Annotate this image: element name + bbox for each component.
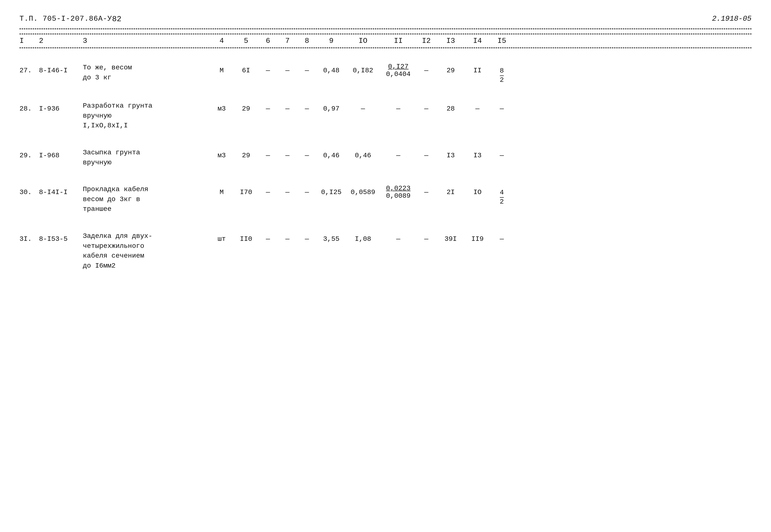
row-30-col6: — xyxy=(258,185,278,196)
row-31-col10: I,08 xyxy=(346,231,380,243)
row-28-col9: 0,97 xyxy=(317,101,346,112)
col-header-14: I4 xyxy=(465,37,490,45)
col-header-8: 8 xyxy=(297,37,317,45)
row-29-num: 29. xyxy=(19,148,39,159)
row-28-col14: — xyxy=(465,101,490,112)
row-28-col7: — xyxy=(278,101,297,112)
doc-number: 2.1918-05 xyxy=(712,15,752,23)
col-header-3: 3 xyxy=(83,37,209,45)
row-27-col4: М xyxy=(209,63,234,74)
row-31-col8: — xyxy=(297,231,317,243)
row-27-col8: — xyxy=(297,63,317,74)
row-30-num: 30. xyxy=(19,185,39,196)
col-header-7: 7 xyxy=(278,37,297,45)
row-29-code: I-968 xyxy=(39,148,83,159)
col-header-11: II xyxy=(380,37,417,45)
row-30-code: 8-I4I-I xyxy=(39,185,83,196)
row-31-col7: — xyxy=(278,231,297,243)
row-29-col12: — xyxy=(417,148,436,159)
col-header-1: I xyxy=(19,37,39,45)
row-27-col13: 29 xyxy=(436,63,465,74)
row-30-col8: — xyxy=(297,185,317,196)
row-27-col7: — xyxy=(278,63,297,74)
row-30-col4: М xyxy=(209,185,234,196)
col-header-5: 5 xyxy=(234,37,258,45)
row-31-desc: Заделка для двух-четырехжильногокабеля с… xyxy=(83,231,209,271)
row-31-col5: II0 xyxy=(234,231,258,243)
table-row: 28. I-936 Разработка грунтавручнуюI,IxO,… xyxy=(19,94,752,133)
row-28-col11: — xyxy=(380,101,417,112)
row-30-desc: Прокладка кабелявесом до 3кг втраншее xyxy=(83,185,209,214)
row-30-col11: 0,0223 0,0089 xyxy=(380,185,417,200)
page-number: 82 xyxy=(112,15,121,24)
row-31-col13: 39I xyxy=(436,231,465,243)
row-31-col15: — xyxy=(490,231,514,243)
row-30-col12: — xyxy=(417,185,436,196)
row-28-col10: — xyxy=(346,101,380,112)
row-30-col15: 4 2 xyxy=(490,185,514,206)
row-29-col6: — xyxy=(258,148,278,159)
row-31-col4: шт xyxy=(209,231,234,243)
row-27-col5: 6I xyxy=(234,63,258,74)
row-28-col6: — xyxy=(258,101,278,112)
row-31-num: 3I. xyxy=(19,231,39,243)
row-28-col13: 28 xyxy=(436,101,465,112)
row-27-col11: 0,I27 0,0404 xyxy=(380,63,417,78)
row-28-col5: 29 xyxy=(234,101,258,112)
row-30-col7: — xyxy=(278,185,297,196)
row-27-col9: 0,48 xyxy=(317,63,346,74)
row-27-num: 27. xyxy=(19,63,39,74)
row-27-col14: II xyxy=(465,63,490,74)
row-29-col14: I3 xyxy=(465,148,490,159)
table-row: 29. I-968 Засыпка грунтавручную м3 29 — … xyxy=(19,140,752,170)
row-29-col11: — xyxy=(380,148,417,159)
row-31-col12: — xyxy=(417,231,436,243)
row-30-col14: IO xyxy=(465,185,490,196)
row-28-code: I-936 xyxy=(39,101,83,112)
row-29-col5: 29 xyxy=(234,148,258,159)
table-row: 30. 8-I4I-I Прокладка кабелявесом до 3кг… xyxy=(19,177,752,217)
col-header-10: IO xyxy=(346,37,380,45)
row-27-desc: То же, весомдо 3 кг xyxy=(83,63,209,83)
row-31-col11: — xyxy=(380,231,417,243)
row-29-col10: 0,46 xyxy=(346,148,380,159)
row-30-col13: 2I xyxy=(436,185,465,196)
row-28-col8: — xyxy=(297,101,317,112)
row-31-col6: — xyxy=(258,231,278,243)
row-30-col9: 0,I25 xyxy=(317,185,346,196)
row-30-col5: I70 xyxy=(234,185,258,196)
row-27-col6: — xyxy=(258,63,278,74)
col-header-15: I5 xyxy=(490,37,514,45)
col-header-2: 2 xyxy=(39,37,83,45)
row-27-col12: — xyxy=(417,63,436,74)
row-29-col4: м3 xyxy=(209,148,234,159)
row-29-col9: 0,46 xyxy=(317,148,346,159)
col-header-9: 9 xyxy=(317,37,346,45)
table-row: 3I. 8-I53-5 Заделка для двух-четырехжиль… xyxy=(19,224,752,273)
row-28-col15: — xyxy=(490,101,514,112)
row-31-code: 8-I53-5 xyxy=(39,231,83,243)
table-row: 27. 8-I46-I То же, весомдо 3 кг М 6I — —… xyxy=(19,56,752,86)
row-31-col9: 3,55 xyxy=(317,231,346,243)
row-29-col7: — xyxy=(278,148,297,159)
row-28-num: 28. xyxy=(19,101,39,112)
row-27-code: 8-I46-I xyxy=(39,63,83,74)
doc-title: Т.П. 705-I-207.86 xyxy=(19,15,98,23)
row-31-col14: II9 xyxy=(465,231,490,243)
row-29-col13: I3 xyxy=(436,148,465,159)
page-header: Т.П. 705-I-207.86 А-У 82 2.1918-05 xyxy=(19,15,752,24)
row-28-desc: Разработка грунтавручнуюI,IxO,8xI,I xyxy=(83,101,209,131)
col-header-12: I2 xyxy=(417,37,436,45)
top-divider xyxy=(19,28,752,29)
col-header-6: 6 xyxy=(258,37,278,45)
row-27-col15: 8 2 xyxy=(490,63,514,84)
column-headers: I 2 3 4 5 6 7 8 9 IO II I2 I3 I4 I5 xyxy=(19,34,752,48)
row-29-col8: — xyxy=(297,148,317,159)
row-27-col10: 0,I82 xyxy=(346,63,380,74)
row-30-col10: 0,0589 xyxy=(346,185,380,196)
col-header-4: 4 xyxy=(209,37,234,45)
row-28-col4: м3 xyxy=(209,101,234,112)
row-29-desc: Засыпка грунтавручную xyxy=(83,148,209,168)
col-header-13: I3 xyxy=(436,37,465,45)
row-29-col15: — xyxy=(490,148,514,159)
